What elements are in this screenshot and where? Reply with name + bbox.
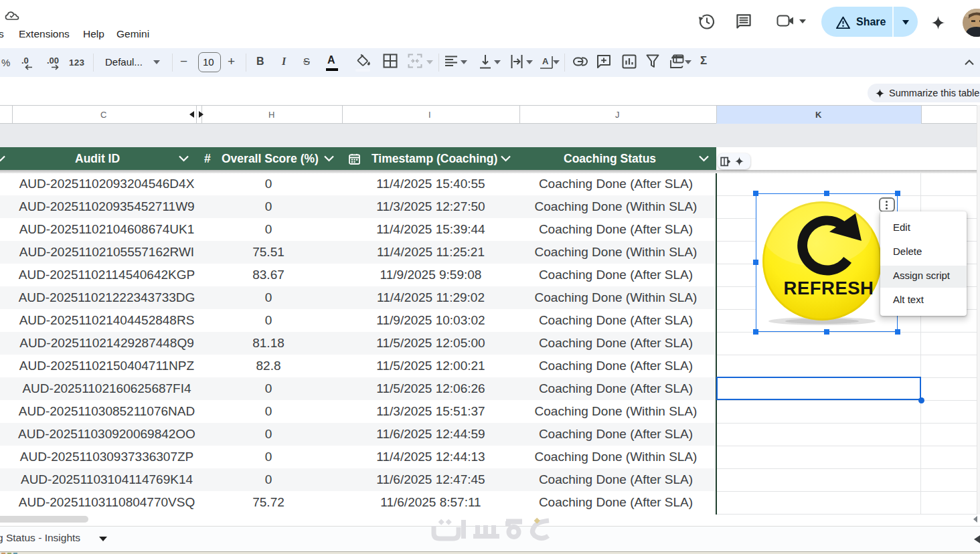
svg-text:A: A: [542, 56, 549, 66]
